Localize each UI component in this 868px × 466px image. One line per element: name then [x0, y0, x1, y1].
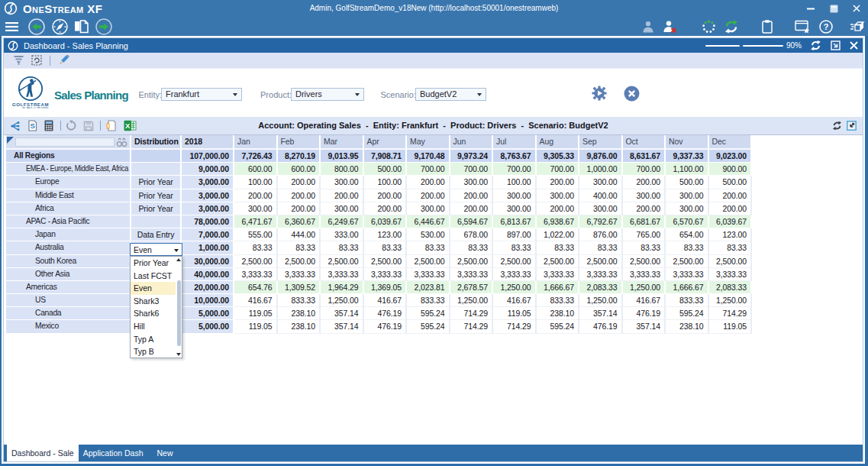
month-value-cell[interactable]: 6,938.67 [537, 215, 580, 228]
month-value-cell[interactable]: 3,333.33 [537, 268, 580, 281]
month-value-cell[interactable]: 200.00 [278, 176, 321, 189]
month-value-cell[interactable]: 200.00 [234, 189, 278, 202]
month-value-cell[interactable]: 700.00 [407, 163, 450, 176]
year-total-cell[interactable]: 107,000.00 [182, 150, 234, 163]
month-value-cell[interactable]: 238.10 [666, 320, 709, 333]
month-value-cell[interactable]: 200.00 [278, 202, 321, 215]
column-header-month[interactable]: Jul [493, 135, 537, 150]
month-value-cell[interactable]: 200.00 [709, 202, 753, 215]
grid-refresh-icon[interactable] [832, 121, 842, 131]
month-value-cell[interactable]: 9,305.33 [537, 150, 580, 163]
year-total-cell[interactable]: 40,000.00 [182, 268, 234, 281]
month-value-cell[interactable]: 300.00 [537, 189, 580, 202]
month-value-cell[interactable]: 1,022.00 [537, 228, 580, 241]
row-label[interactable]: Africa [6, 202, 131, 215]
tab-application-dash[interactable]: Application Dash [79, 445, 148, 461]
month-value-cell[interactable]: 9,023.00 [709, 150, 753, 163]
month-value-cell[interactable]: 555.00 [234, 228, 278, 241]
month-value-cell[interactable]: 1,250.00 [321, 294, 364, 307]
column-header-month[interactable]: Aug [537, 135, 580, 150]
tab-new[interactable]: New [153, 445, 178, 461]
month-value-cell[interactable]: 600.00 [234, 163, 278, 176]
month-value-cell[interactable]: 357.14 [579, 307, 623, 320]
month-value-cell[interactable]: 6,039.67 [364, 215, 408, 228]
month-value-cell[interactable]: 2,500.00 [709, 255, 753, 268]
month-value-cell[interactable]: 2,500.00 [278, 255, 321, 268]
month-value-cell[interactable]: 83.33 [278, 241, 321, 254]
month-value-cell[interactable]: 300.00 [321, 176, 364, 189]
month-value-cell[interactable]: 765.00 [623, 228, 666, 241]
column-header-month[interactable]: May [407, 135, 450, 150]
month-value-cell[interactable]: 1,309.52 [278, 281, 321, 294]
month-value-cell[interactable]: 416.67 [364, 294, 408, 307]
row-label[interactable]: South Korea [6, 255, 131, 268]
month-value-cell[interactable]: 357.14 [321, 320, 364, 333]
month-value-cell[interactable]: 83.33 [537, 241, 580, 254]
month-value-cell[interactable]: 6,570.67 [666, 215, 709, 228]
month-value-cell[interactable]: 6,792.67 [579, 215, 623, 228]
month-value-cell[interactable]: 2,500.00 [364, 255, 408, 268]
year-total-cell[interactable]: 10,000.00 [182, 294, 234, 307]
year-total-cell[interactable]: 3,000.00 [182, 189, 234, 202]
month-value-cell[interactable]: 1,250.00 [493, 281, 537, 294]
month-value-cell[interactable]: 238.10 [278, 320, 321, 333]
edit-pencil-icon[interactable] [57, 55, 69, 66]
month-value-cell[interactable]: 200.00 [709, 189, 753, 202]
month-value-cell[interactable]: 200.00 [321, 189, 364, 202]
dropdown-scrollbar[interactable] [176, 257, 182, 358]
dropdown-item[interactable]: Typ A [131, 333, 182, 346]
navigate-forward-icon[interactable] [95, 18, 112, 35]
excel-icon[interactable]: X [124, 120, 137, 131]
month-value-cell[interactable]: 2,500.00 [579, 255, 623, 268]
zoom-slider-track2[interactable] [743, 45, 783, 47]
month-value-cell[interactable]: 200.00 [364, 189, 408, 202]
month-value-cell[interactable]: 6,446.67 [407, 215, 450, 228]
month-value-cell[interactable]: 6,681.67 [623, 215, 666, 228]
column-header-month[interactable]: Apr [364, 135, 408, 150]
month-value-cell[interactable]: 3,333.33 [709, 268, 753, 281]
month-value-cell[interactable]: 700.00 [493, 163, 537, 176]
month-value-cell[interactable]: 476.19 [364, 320, 408, 333]
month-value-cell[interactable]: 300.00 [579, 176, 623, 189]
column-header-month[interactable]: Nov [666, 135, 709, 150]
month-value-cell[interactable]: 200.00 [623, 176, 666, 189]
month-value-cell[interactable]: 9,013.95 [321, 150, 364, 163]
year-total-cell[interactable]: 1,000.00 [182, 241, 234, 254]
month-value-cell[interactable]: 3,333.33 [666, 268, 709, 281]
month-value-cell[interactable]: 357.14 [623, 320, 666, 333]
month-value-cell[interactable]: 9,337.33 [666, 150, 709, 163]
month-value-cell[interactable]: 2,500.00 [623, 255, 666, 268]
month-value-cell[interactable]: 7,908.71 [364, 150, 408, 163]
month-value-cell[interactable]: 6,813.67 [493, 215, 537, 228]
month-value-cell[interactable]: 833.33 [407, 294, 450, 307]
month-value-cell[interactable]: 1,100.00 [666, 163, 709, 176]
grid-search-input[interactable] [15, 138, 115, 147]
month-value-cell[interactable]: 83.33 [623, 241, 666, 254]
month-value-cell[interactable]: 3,333.33 [321, 268, 364, 281]
month-value-cell[interactable]: 83.33 [493, 241, 537, 254]
month-value-cell[interactable]: 2,500.00 [450, 255, 494, 268]
grid-corner-marker[interactable] [7, 137, 14, 144]
month-value-cell[interactable]: 83.33 [407, 241, 450, 254]
month-value-cell[interactable]: 3,333.33 [407, 268, 450, 281]
close-window-button[interactable] [845, 0, 868, 17]
binoculars-icon[interactable] [116, 138, 127, 147]
select-region-icon[interactable] [31, 55, 42, 66]
month-value-cell[interactable]: 654.76 [234, 281, 278, 294]
month-value-cell[interactable]: 200.00 [537, 202, 580, 215]
year-total-cell[interactable]: 3,000.00 [182, 176, 234, 189]
distribution-cell[interactable] [131, 163, 182, 176]
dashboard-popout-icon[interactable] [831, 40, 841, 50]
month-value-cell[interactable]: 119.05 [493, 307, 537, 320]
month-value-cell[interactable]: 9,876.00 [579, 150, 623, 163]
month-value-cell[interactable]: 6,249.67 [321, 215, 364, 228]
row-label[interactable]: Middle East [6, 189, 131, 202]
dropdown-item[interactable]: Prior Year [131, 257, 182, 270]
column-header-month[interactable]: Mar [321, 135, 364, 150]
menu-icon[interactable] [5, 22, 18, 31]
month-value-cell[interactable]: 6,360.67 [278, 215, 321, 228]
distribution-cell[interactable] [131, 150, 182, 163]
month-value-cell[interactable]: 6,039.67 [709, 215, 753, 228]
month-value-cell[interactable]: 357.14 [321, 307, 364, 320]
zoom-slider-track[interactable] [705, 45, 740, 47]
